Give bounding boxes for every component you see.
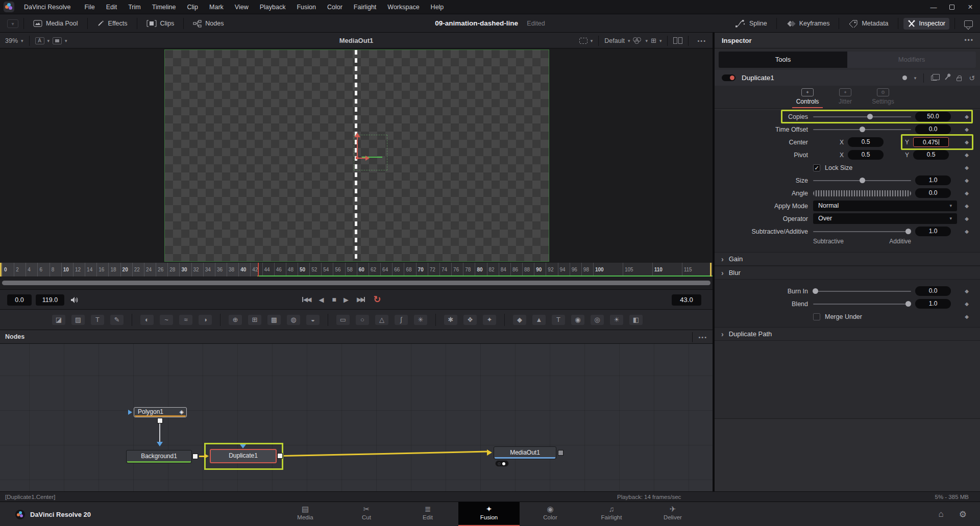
toolbar-button-spline[interactable]: Spline xyxy=(731,18,771,30)
page-edit[interactable]: ≣Edit xyxy=(397,502,458,526)
node-polygon1[interactable]: Polygon1◈ xyxy=(134,407,187,417)
size-slider-handle[interactable] xyxy=(860,178,865,183)
subtractive-additive-value[interactable]: 1.0 xyxy=(915,227,951,236)
text-plus-tool-icon[interactable]: T xyxy=(91,315,104,325)
node-output-square[interactable] xyxy=(192,454,198,459)
viewer-zoom-level[interactable]: 39% xyxy=(5,37,18,44)
bspline-mask-tool-icon[interactable]: ∫ xyxy=(395,315,408,325)
node-mask-input-icon[interactable] xyxy=(240,444,246,448)
size-keyframe-button[interactable]: ◆ xyxy=(965,178,969,183)
menu-app-name[interactable]: DaVinci Resolve xyxy=(18,0,79,14)
menu-view[interactable]: View xyxy=(229,0,254,14)
size-value[interactable]: 1.0 xyxy=(915,176,951,185)
stop-button[interactable]: ■ xyxy=(332,295,335,304)
reset-icon[interactable]: ↺ xyxy=(969,76,975,81)
play-reverse-button[interactable]: ◀ xyxy=(318,296,324,304)
wand-mask-tool-icon[interactable]: ✳ xyxy=(414,315,427,325)
viewer-options-button[interactable]: ••• xyxy=(694,38,709,44)
range-out-marker[interactable] xyxy=(710,263,712,277)
page-fusion[interactable]: ✦Fusion xyxy=(458,502,520,526)
angle-value[interactable]: 0.0 xyxy=(915,188,951,198)
range-in-marker[interactable] xyxy=(0,263,2,277)
apply-mode-keyframe-button[interactable]: ◆ xyxy=(965,203,969,209)
copies-slider[interactable] xyxy=(813,116,911,117)
node-output-square[interactable] xyxy=(277,453,283,459)
merge-under-keyframe-button[interactable]: ◆ xyxy=(965,314,969,319)
copies-keyframe-button[interactable]: ◆ xyxy=(965,114,969,119)
time-offset-keyframe-button[interactable]: ◆ xyxy=(965,127,969,132)
size-slider[interactable] xyxy=(813,180,911,181)
lock-icon[interactable] xyxy=(957,78,962,81)
text-3d-tool-icon[interactable]: T xyxy=(552,315,565,325)
dual-viewer-toggle-icon[interactable] xyxy=(673,37,682,44)
matte-control-tool-icon[interactable]: ▩ xyxy=(267,315,281,325)
project-manager-home-icon[interactable]: ⌂ xyxy=(938,509,943,519)
section-duplicate-path[interactable]: ›Duplicate Path xyxy=(715,327,980,341)
operator-dropdown[interactable]: Over▾ xyxy=(813,213,957,224)
particle-emitter-tool-icon[interactable]: ✱ xyxy=(444,315,457,325)
layer-dropdown-chevron-icon[interactable]: ▾ xyxy=(65,38,67,43)
playhead[interactable] xyxy=(258,263,259,277)
viewer1-dot-icon[interactable] xyxy=(498,462,501,465)
time-offset-slider-handle[interactable] xyxy=(860,127,865,132)
copies-slider-handle[interactable] xyxy=(867,114,873,119)
project-settings-gear-icon[interactable]: ⚙ xyxy=(959,509,967,520)
node-input-triangle-icon[interactable] xyxy=(128,410,132,415)
delta-keyer-tool-icon[interactable]: ◒ xyxy=(306,315,320,325)
menu-edit[interactable]: Edit xyxy=(101,0,123,14)
transform-center-handle[interactable] xyxy=(356,157,358,159)
transform-axis-horizontal[interactable] xyxy=(358,158,365,159)
range-start-field[interactable]: 0.0 xyxy=(7,294,32,306)
color-corrector-tool-icon[interactable]: ◐ xyxy=(140,315,154,325)
time-offset-value[interactable]: 0.0 xyxy=(915,124,951,134)
apply-mode-dropdown[interactable]: Normal▾ xyxy=(813,201,957,211)
viewer-canvas[interactable] xyxy=(0,48,713,263)
node-duplicate1[interactable]: Duplicate1 xyxy=(210,449,277,463)
menu-clip[interactable]: Clip xyxy=(182,0,204,14)
color-curves-tool-icon[interactable]: ~ xyxy=(160,315,173,325)
toolbar-button-nodes[interactable]: Nodes xyxy=(189,18,228,30)
menu-timeline[interactable]: Timeline xyxy=(146,0,182,14)
operator-keyframe-button[interactable]: ◆ xyxy=(965,216,969,221)
lock-size-keyframe-button[interactable]: ◆ xyxy=(965,165,969,170)
subtractive-additive-keyframe-button[interactable]: ◆ xyxy=(965,229,969,234)
paint-tool-icon[interactable]: ✎ xyxy=(110,315,124,325)
roi-button-icon[interactable] xyxy=(579,38,587,44)
blend-slider-handle[interactable] xyxy=(905,301,911,307)
ellipse-mask-tool-icon[interactable]: ○ xyxy=(356,315,369,325)
merge-tool-icon[interactable]: ⊕ xyxy=(229,315,242,325)
panel-collapse-button[interactable]: ▾ xyxy=(7,19,18,28)
tab-tools[interactable]: Tools xyxy=(719,52,847,68)
particle-render-tool-icon[interactable]: ✦ xyxy=(483,315,496,325)
timeline-scrollbar[interactable] xyxy=(2,281,710,285)
pivot-y-value[interactable]: 0.5 xyxy=(913,150,949,160)
subtractive-additive-slider[interactable] xyxy=(813,231,911,232)
timeline-ruler[interactable]: 0246810121416182022242628303234363840424… xyxy=(0,263,713,277)
grid-dropdown-chevron-icon[interactable]: ▾ xyxy=(659,38,662,43)
menu-file[interactable]: File xyxy=(79,0,100,14)
pivot-keyframe-button[interactable]: ◆ xyxy=(965,152,969,158)
section-gain[interactable]: ›Gain xyxy=(715,252,980,266)
viewer-assignment-buttons[interactable] xyxy=(495,460,509,467)
merge-under-checkbox[interactable] xyxy=(813,313,820,320)
menu-color[interactable]: Color xyxy=(322,0,348,14)
burn-in-slider[interactable] xyxy=(813,291,911,292)
menu-fusion[interactable]: Fusion xyxy=(291,0,322,14)
brightness-contrast-tool-icon[interactable]: ◑ xyxy=(199,315,212,325)
section-blur[interactable]: ›Blur xyxy=(715,266,980,280)
toolbar-button-effects[interactable]: Effects xyxy=(93,18,132,29)
angle-dial[interactable] xyxy=(813,190,911,196)
node-output-square[interactable] xyxy=(157,418,163,423)
center-y-value[interactable]: 0.475 xyxy=(913,137,949,147)
hue-curves-tool-icon[interactable]: ≈ xyxy=(179,315,192,325)
node-graph[interactable]: Polygon1◈Background1Duplicate1MediaOut1 xyxy=(0,344,713,491)
node-background1[interactable]: Background1 xyxy=(126,450,192,463)
copy-settings-icon[interactable] xyxy=(931,76,937,81)
nodes-options-button[interactable]: ••• xyxy=(695,334,710,340)
center-x-value[interactable]: 0.5 xyxy=(848,137,884,147)
menu-playback[interactable]: Playback xyxy=(254,0,291,14)
camera-3d-tool-icon[interactable]: ◎ xyxy=(591,315,604,325)
go-to-end-button[interactable]: ▶▶ xyxy=(357,296,365,303)
current-frame-field[interactable]: 43.0 xyxy=(672,294,701,306)
page-deliver[interactable]: ✈Deliver xyxy=(642,502,703,526)
